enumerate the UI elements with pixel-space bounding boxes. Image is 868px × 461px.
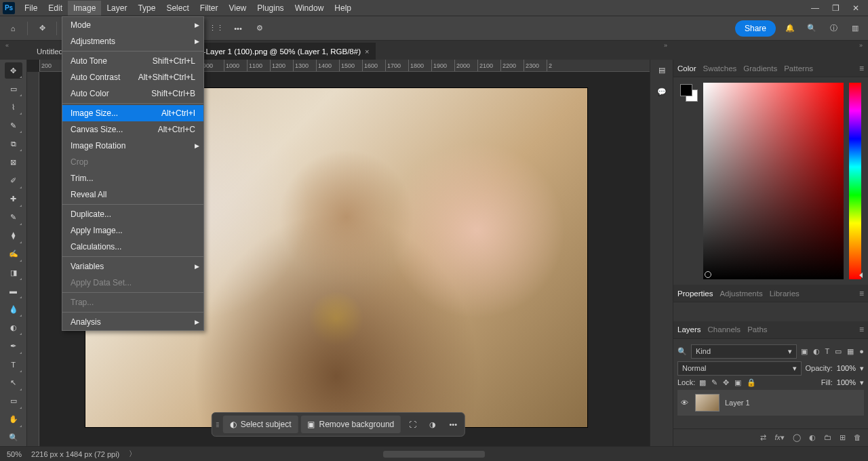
menu-item-mode[interactable]: Mode▶ bbox=[62, 17, 203, 33]
hue-slider[interactable] bbox=[849, 83, 861, 279]
menu-item-calculations[interactable]: Calculations... bbox=[62, 239, 203, 255]
menu-item-duplicate[interactable]: Duplicate... bbox=[62, 206, 203, 222]
transform-icon[interactable]: ⛶ bbox=[403, 416, 421, 433]
workspace-icon[interactable]: ▥ bbox=[848, 21, 863, 36]
menu-item-variables[interactable]: Variables▶ bbox=[62, 258, 203, 275]
shape-tool[interactable]: ▭ bbox=[5, 393, 22, 409]
group-layers-icon[interactable]: 🗀 bbox=[824, 433, 831, 442]
opacity-value[interactable]: 100% bbox=[837, 364, 856, 372]
tab-close-icon[interactable]: × bbox=[365, 47, 369, 56]
lock-position-icon[interactable]: ✥ bbox=[723, 378, 729, 387]
lock-artboard-icon[interactable]: ▣ bbox=[734, 378, 741, 387]
menu-filter[interactable]: Filter bbox=[195, 1, 224, 16]
drag-grip-icon[interactable] bbox=[215, 421, 220, 428]
menu-edit[interactable]: Edit bbox=[43, 1, 68, 16]
menu-item-image-size[interactable]: Image Size...Alt+Ctrl+I bbox=[62, 105, 203, 121]
panel-tab-libraries[interactable]: Libraries bbox=[770, 286, 800, 301]
eraser-tool[interactable]: ◨ bbox=[5, 264, 22, 281]
help-icon[interactable]: ⓘ bbox=[826, 21, 841, 36]
panel-menu-icon[interactable]: ≡ bbox=[859, 289, 864, 298]
search-icon[interactable]: 🔍 bbox=[804, 21, 819, 36]
lasso-tool[interactable]: ⌇ bbox=[5, 99, 22, 115]
distribute-icon[interactable]: ⋮⋮ bbox=[209, 21, 224, 36]
menu-item-auto-color[interactable]: Auto ColorShift+Ctrl+B bbox=[62, 85, 203, 102]
layer-mask-icon[interactable]: ◯ bbox=[793, 433, 801, 442]
clone-stamp-tool[interactable]: ⧫ bbox=[5, 228, 22, 244]
menu-item-image-rotation[interactable]: Image Rotation▶ bbox=[62, 138, 203, 154]
home-icon[interactable]: ⌂ bbox=[5, 21, 20, 36]
menu-window[interactable]: Window bbox=[290, 1, 330, 16]
type-tool[interactable]: T bbox=[5, 357, 22, 373]
menu-help[interactable]: Help bbox=[329, 1, 357, 16]
menu-item-trim[interactable]: Trim... bbox=[62, 170, 203, 186]
blur-tool[interactable]: 💧 bbox=[5, 301, 22, 317]
pen-tool[interactable]: ✒ bbox=[5, 338, 22, 354]
brush-tool[interactable]: ✎ bbox=[5, 209, 22, 226]
lock-all-icon[interactable]: 🔒 bbox=[747, 378, 756, 387]
menu-select[interactable]: Select bbox=[161, 1, 194, 16]
comments-strip-icon[interactable]: 💬 bbox=[654, 84, 669, 99]
menu-item-analysis[interactable]: Analysis▶ bbox=[62, 314, 203, 330]
crop-tool[interactable]: ⧉ bbox=[5, 136, 22, 152]
menu-item-auto-contrast[interactable]: Auto ContrastAlt+Shift+Ctrl+L bbox=[62, 69, 203, 85]
panel-menu-icon[interactable]: ≡ bbox=[859, 325, 864, 334]
zoom-level[interactable]: 50% bbox=[7, 450, 22, 458]
blend-mode-select[interactable]: Normal▾ bbox=[677, 361, 802, 376]
select-subject-button[interactable]: ◐Select subject bbox=[223, 416, 298, 433]
foreground-background-swatch[interactable] bbox=[680, 84, 698, 102]
menu-image[interactable]: Image bbox=[68, 1, 101, 16]
horizontal-scrollbar[interactable] bbox=[383, 451, 485, 458]
history-brush-tool[interactable]: ✍ bbox=[5, 246, 22, 262]
menu-item-auto-tone[interactable]: Auto ToneShift+Ctrl+L bbox=[62, 53, 203, 69]
adjustment-icon[interactable]: ◑ bbox=[424, 416, 441, 433]
filter-type-icon[interactable]: T bbox=[825, 347, 830, 355]
panel-tab-adjustments[interactable]: Adjustments bbox=[719, 286, 762, 301]
menu-item-reveal-all[interactable]: Reveal All bbox=[62, 186, 203, 203]
menu-item-canvas-size[interactable]: Canvas Size...Alt+Ctrl+C bbox=[62, 121, 203, 138]
gradient-tool[interactable]: ▬ bbox=[5, 283, 22, 299]
layer-visibility-icon[interactable]: 👁 bbox=[679, 399, 690, 407]
new-layer-icon[interactable]: ⊞ bbox=[840, 433, 846, 442]
healing-brush-tool[interactable]: ✚ bbox=[5, 191, 22, 207]
menu-view[interactable]: View bbox=[223, 1, 252, 16]
frame-tool[interactable]: ⊠ bbox=[5, 154, 22, 170]
layer-row[interactable]: 👁 Layer 1 bbox=[677, 390, 864, 416]
menu-item-adjustments[interactable]: Adjustments▶ bbox=[62, 33, 203, 49]
menu-item-apply-image[interactable]: Apply Image... bbox=[62, 222, 203, 239]
zoom-tool[interactable]: 🔍 bbox=[5, 430, 22, 446]
link-layers-icon[interactable]: ⇄ bbox=[760, 433, 766, 442]
menu-type[interactable]: Type bbox=[132, 1, 161, 16]
lock-paint-icon[interactable]: ✎ bbox=[711, 378, 717, 387]
left-collapse-icon[interactable]: « bbox=[5, 42, 9, 49]
menu-plugins[interactable]: Plugins bbox=[252, 1, 289, 16]
minimize-button[interactable]: — bbox=[811, 4, 819, 12]
panel-tab-gradients[interactable]: Gradients bbox=[743, 61, 777, 76]
marquee-tool[interactable]: ▭ bbox=[5, 81, 22, 97]
lock-transparent-icon[interactable]: ▩ bbox=[699, 378, 706, 387]
right-collapse-icon[interactable]: » bbox=[664, 42, 667, 49]
filter-adjust-icon[interactable]: ◐ bbox=[813, 347, 820, 356]
panel-tab-channels[interactable]: Channels bbox=[708, 322, 741, 337]
more-icon[interactable]: ••• bbox=[444, 416, 462, 433]
panel-tab-swatches[interactable]: Swatches bbox=[703, 61, 736, 76]
filter-toggle-icon[interactable]: ● bbox=[859, 347, 864, 355]
delete-layer-icon[interactable]: 🗑 bbox=[854, 433, 861, 442]
maximize-button[interactable]: ❐ bbox=[831, 4, 840, 12]
dodge-tool[interactable]: ◐ bbox=[5, 319, 22, 336]
libraries-strip-icon[interactable]: ▤ bbox=[654, 62, 669, 77]
settings-gear-icon[interactable]: ⚙ bbox=[252, 21, 267, 36]
layer-filter-kind[interactable]: Kind▾ bbox=[691, 344, 797, 359]
panel-collapse-icon[interactable]: » bbox=[859, 42, 863, 49]
panel-tab-layers[interactable]: Layers bbox=[677, 322, 701, 337]
panel-tab-paths[interactable]: Paths bbox=[747, 322, 767, 337]
share-button[interactable]: Share bbox=[735, 20, 776, 37]
eyedropper-tool[interactable]: ✐ bbox=[5, 173, 22, 189]
menu-file[interactable]: File bbox=[19, 1, 43, 16]
layer-fx-icon[interactable]: fx▾ bbox=[774, 433, 785, 442]
more-options-icon[interactable]: ••• bbox=[231, 21, 245, 36]
adjustment-layer-icon[interactable]: ◐ bbox=[809, 433, 816, 442]
remove-background-button[interactable]: ▣Remove background bbox=[300, 416, 401, 433]
color-picker[interactable] bbox=[703, 83, 844, 279]
panel-tab-color[interactable]: Color bbox=[677, 61, 696, 76]
filter-pixel-icon[interactable]: ▣ bbox=[801, 347, 808, 356]
